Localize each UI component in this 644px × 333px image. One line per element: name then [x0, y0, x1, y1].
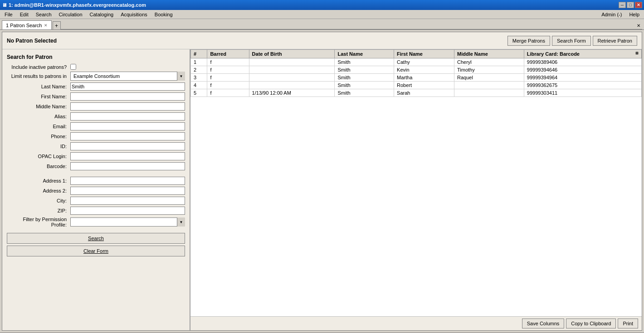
table-cell: Kevin [394, 66, 454, 74]
address1-label: Address 1: [7, 178, 70, 183]
results-footer: Save Columns Copy to Clipboard Print [190, 316, 642, 330]
table-cell: Timothy [454, 66, 524, 74]
table-cell: Smith [335, 89, 394, 97]
copy-to-clipboard-button[interactable]: Copy to Clipboard [566, 319, 616, 328]
id-input[interactable] [70, 142, 185, 150]
barcode-input[interactable] [70, 162, 185, 170]
table-cell [249, 74, 335, 82]
permission-profile-select[interactable] [70, 217, 185, 227]
phone-label: Phone: [7, 134, 70, 139]
menu-help[interactable]: Help [625, 11, 643, 18]
menu-admin[interactable]: Admin (-) [598, 11, 625, 18]
email-input[interactable] [70, 122, 185, 130]
search-form-title: Search for Patron [7, 54, 185, 60]
table-cell: f [207, 89, 249, 97]
retrieve-patron-button[interactable]: Retrieve Patron [593, 36, 637, 46]
zip-input[interactable] [70, 207, 185, 215]
middle-name-input[interactable] [70, 102, 185, 111]
minimize-button[interactable]: ─ [619, 2, 626, 8]
search-buttons: Search Clear Form [7, 233, 185, 256]
table-cell: 5 [191, 89, 207, 97]
clear-form-button-label: Clear Form [83, 248, 108, 254]
table-cell: Smith [335, 66, 394, 74]
content-area: Search for Patron Include inactive patro… [2, 49, 642, 330]
search-button-label: Search [88, 236, 104, 241]
title-bar: 🖥 1: admin@BR1-winxpvmfx.phasefx.evergre… [0, 0, 644, 10]
middle-name-row: Middle Name: [7, 102, 185, 111]
col-header-barcode[interactable]: Library Card: Barcode ⊞ [524, 50, 641, 58]
table-cell: f [207, 74, 249, 82]
first-name-input[interactable] [70, 92, 185, 101]
menu-cataloging[interactable]: Cataloging [86, 11, 117, 18]
email-row: Email: [7, 122, 185, 130]
table-cell: 4 [191, 82, 207, 89]
table-cell: Smith [335, 74, 394, 82]
col-header-dob[interactable]: Date of Birth [249, 50, 335, 58]
phone-input[interactable] [70, 132, 185, 140]
merge-patrons-button[interactable]: Merge Patrons [507, 36, 550, 46]
middle-name-label: Middle Name: [7, 104, 70, 109]
results-table: # Barred Date of Birth Last Name First N… [190, 49, 642, 97]
tab-bar-filler [61, 29, 635, 29]
menu-edit[interactable]: Edit [16, 11, 32, 18]
table-row[interactable]: 4fSmithRobert99999362675 [191, 82, 642, 89]
col-header-num[interactable]: # [191, 50, 207, 58]
address1-input[interactable] [70, 177, 185, 185]
close-window-button[interactable]: ✕ [635, 2, 642, 8]
table-cell [249, 58, 335, 66]
opac-login-label: OPAC Login: [7, 154, 70, 159]
col-header-middle-name[interactable]: Middle Name [454, 50, 524, 58]
limit-results-select[interactable]: Example Consortium [70, 72, 185, 81]
menu-circulation[interactable]: Circulation [55, 11, 86, 18]
tab-patron-search[interactable]: 1 Patron Search ✕ [2, 20, 52, 29]
search-form-button[interactable]: Search Form [552, 36, 591, 46]
last-name-input[interactable] [70, 82, 185, 91]
add-tab-button[interactable]: + [53, 21, 61, 29]
table-cell [249, 66, 335, 74]
table-cell: f [207, 58, 249, 66]
menu-acquisitions[interactable]: Acquisitions [117, 11, 151, 18]
separator1 [7, 172, 185, 177]
barcode-row: Barcode: [7, 162, 185, 170]
first-name-label: First Name: [7, 94, 70, 99]
menu-file[interactable]: File [1, 11, 16, 18]
table-row[interactable]: 3fSmithMarthaRaquel99999394964 [191, 74, 642, 82]
last-name-row: Last Name: [7, 82, 185, 91]
menu-items-left: File Edit Search Circulation Cataloging … [1, 11, 598, 18]
col-header-first-name[interactable]: First Name [394, 50, 454, 58]
maximize-button[interactable]: □ [627, 2, 634, 8]
table-cell [454, 89, 524, 97]
menu-items-right: Admin (-) Help [598, 11, 643, 18]
window-close-button[interactable]: ✕ [635, 22, 642, 29]
main-window: No Patron Selected Merge Patrons Search … [2, 32, 642, 331]
search-button[interactable]: Search [7, 233, 185, 244]
table-row[interactable]: 5f1/13/90 12:00 AMSmithSarah99999303411 [191, 89, 642, 97]
results-table-container[interactable]: # Barred Date of Birth Last Name First N… [190, 49, 642, 316]
menu-search[interactable]: Search [32, 11, 55, 18]
print-button[interactable]: Print [618, 319, 638, 328]
table-cell: 2 [191, 66, 207, 74]
col-header-barred[interactable]: Barred [207, 50, 249, 58]
include-inactive-row: Include inactive patrons? [7, 64, 185, 70]
table-cell: 3 [191, 74, 207, 82]
opac-login-input[interactable] [70, 152, 185, 160]
tab-close-icon[interactable]: ✕ [44, 23, 48, 28]
results-table-header: # Barred Date of Birth Last Name First N… [191, 50, 642, 58]
include-inactive-checkbox[interactable] [70, 64, 76, 70]
address2-input[interactable] [70, 187, 185, 195]
table-row[interactable]: 1fSmithCathyCheryl99999389406 [191, 58, 642, 66]
city-input[interactable] [70, 197, 185, 205]
table-row[interactable]: 2fSmithKevinTimothy99999394646 [191, 66, 642, 74]
col-header-last-name[interactable]: Last Name [335, 50, 394, 58]
clear-form-button[interactable]: Clear Form [7, 246, 185, 256]
table-cell: 1 [191, 58, 207, 66]
title-bar-controls[interactable]: ─ □ ✕ [619, 2, 642, 8]
alias-input[interactable] [70, 112, 185, 121]
city-label: City: [7, 198, 70, 203]
table-cell: 99999362675 [524, 82, 641, 89]
first-name-row: First Name: [7, 92, 185, 101]
limit-results-select-wrapper: Example Consortium ▼ [70, 72, 185, 81]
menu-booking[interactable]: Booking [151, 11, 176, 18]
save-columns-button[interactable]: Save Columns [522, 319, 565, 328]
title-bar-left: 🖥 1: admin@BR1-winxpvmfx.phasefx.evergre… [2, 2, 146, 8]
